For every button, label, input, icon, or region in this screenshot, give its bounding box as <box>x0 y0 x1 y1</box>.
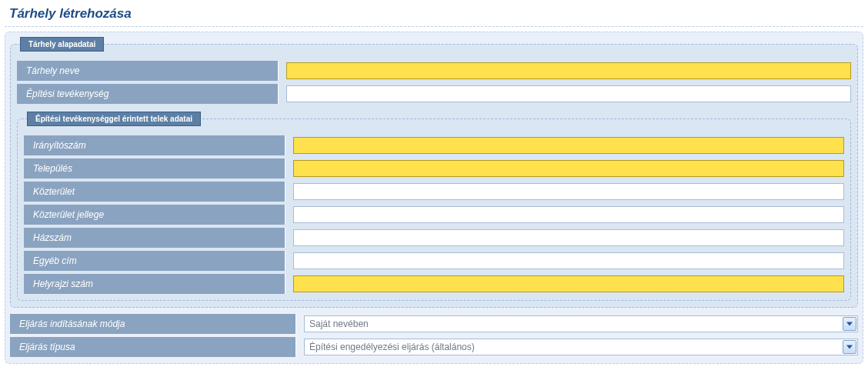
row-street: Közterület <box>24 182 844 202</box>
select-proc-type[interactable]: Építési engedélyezési eljárás (általános… <box>304 339 858 355</box>
input-street[interactable] <box>293 183 844 200</box>
input-activity[interactable] <box>286 85 851 102</box>
label-storage-name: Tárhely neve <box>17 61 279 81</box>
label-proc-start: Eljárás indításának módja <box>10 314 296 334</box>
row-other: Egyéb cím <box>24 251 844 271</box>
input-house[interactable] <box>293 229 844 246</box>
row-zip: Irányítószám <box>24 135 844 155</box>
label-other: Egyéb cím <box>24 251 285 271</box>
group-plot-data: Építési tevékenységgel érintett telek ad… <box>17 112 851 301</box>
label-zip: Irányítószám <box>24 135 285 155</box>
input-zip[interactable] <box>293 137 844 154</box>
input-storage-name[interactable] <box>286 62 851 79</box>
label-city: Település <box>24 158 285 178</box>
row-street-type: Közterület jellege <box>24 205 844 225</box>
row-city: Település <box>24 158 844 178</box>
group-plot-data-legend: Építési tevékenységgel érintett telek ad… <box>27 112 201 126</box>
label-street: Közterület <box>24 182 285 202</box>
page-title: Tárhely létrehozása <box>5 3 863 27</box>
select-proc-start[interactable]: Saját nevében <box>304 315 858 332</box>
form-panel: Tárhely alapadatai Tárhely neve Építési … <box>5 32 863 364</box>
label-proc-type: Eljárás típusa <box>10 337 296 357</box>
label-house: Házszám <box>24 228 285 248</box>
label-activity: Építési tevékenység <box>17 84 279 104</box>
input-street-type[interactable] <box>293 206 844 223</box>
input-lotnum[interactable] <box>293 275 844 292</box>
row-proc-start: Eljárás indításának módja Saját nevében <box>10 314 858 334</box>
label-street-type: Közterület jellege <box>24 205 285 225</box>
input-city[interactable] <box>293 160 844 177</box>
row-activity: Építési tevékenység <box>17 84 851 104</box>
label-lotnum: Helyrajzi szám <box>24 274 285 294</box>
row-proc-type: Eljárás típusa Építési engedélyezési elj… <box>10 337 858 357</box>
group-basic-data: Tárhely alapadatai Tárhely neve Építési … <box>10 37 858 308</box>
row-house: Házszám <box>24 228 844 248</box>
row-storage-name: Tárhely neve <box>17 61 851 81</box>
row-lotnum: Helyrajzi szám <box>24 274 844 294</box>
input-other[interactable] <box>293 252 844 269</box>
group-basic-data-legend: Tárhely alapadatai <box>20 37 104 52</box>
